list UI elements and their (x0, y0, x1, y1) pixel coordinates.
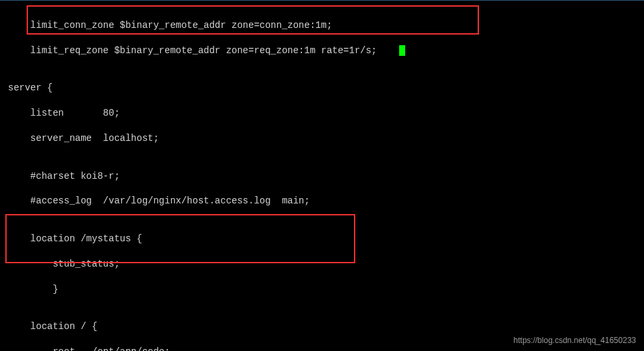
code-text: limit_req_zone $binary_remote_addr zone=… (8, 45, 399, 56)
code-text: } (8, 284, 59, 294)
code-text: #access_log /var/log/nginx/host.access.l… (8, 195, 310, 206)
watermark-text: https://blog.csdn.net/qq_41650233 (514, 335, 636, 346)
code-text: #charset koi8-r; (8, 171, 120, 181)
code-line: location /mystatus { (0, 233, 644, 245)
cursor-block (399, 45, 405, 56)
code-text: stub_status; (8, 259, 120, 269)
window-top-border (0, 0, 644, 1)
code-line: root /opt/app/code; (0, 346, 644, 351)
code-text: root /opt/app/code; (8, 346, 170, 351)
code-line: server_name localhost; (0, 132, 644, 145)
code-line: limit_req_zone $binary_remote_addr zone=… (0, 45, 644, 57)
code-text: limit_conn_zone $binary_remote_addr zone… (8, 20, 332, 31)
code-text: server { (8, 82, 53, 93)
code-line: stub_status; (0, 258, 644, 271)
code-text: listen 80; (8, 108, 120, 118)
code-line: limit_conn_zone $binary_remote_addr zone… (0, 19, 644, 32)
code-text: location / { (8, 321, 97, 332)
code-text: location /mystatus { (8, 233, 142, 244)
terminal-content[interactable]: limit_conn_zone $binary_remote_addr zone… (0, 0, 644, 351)
code-line: location / { (0, 320, 644, 333)
code-line: #charset koi8-r; (0, 170, 644, 183)
code-line: listen 80; (0, 107, 644, 120)
code-line: #access_log /var/log/nginx/host.access.l… (0, 195, 644, 207)
code-line: server { (0, 82, 644, 94)
code-line: } (0, 283, 644, 296)
code-text: server_name localhost; (8, 133, 159, 144)
